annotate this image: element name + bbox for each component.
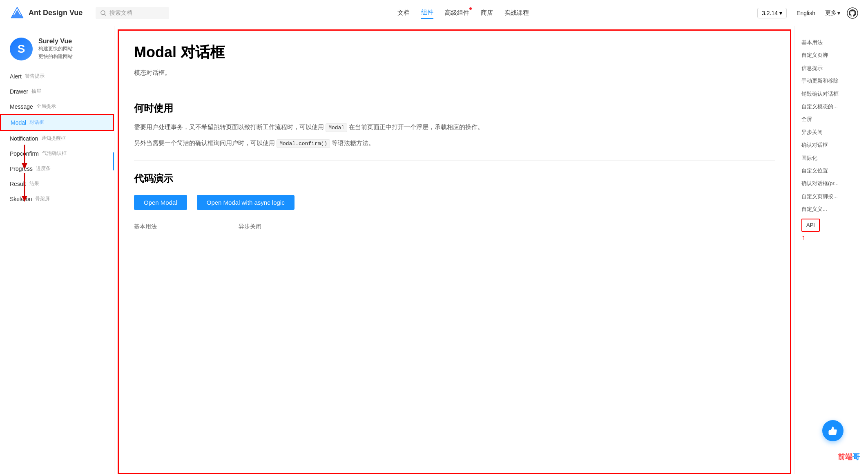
more-menu[interactable]: 更多 ▾ [825, 9, 840, 17]
logo-text: Ant Design Vue [29, 9, 83, 17]
toc-api-container: API ↑ [801, 219, 861, 241]
page-layout: S Surely Vue 构建更快的网站 更快的构建网站 Alert 警告提示 [0, 26, 868, 474]
demo-label-async: 异步关闭 [239, 223, 261, 230]
modal-code: Modal [326, 123, 347, 132]
brand-desc-line2: 更快的构建网站 [38, 53, 73, 60]
feedback-button[interactable] [822, 420, 843, 441]
toc-item-fullscreen[interactable]: 全屏 [801, 113, 861, 125]
nav-menu: 文档 组件 高级组件 商店 实战课程 [182, 7, 744, 19]
chevron-down-icon: ▾ [837, 10, 840, 16]
toc-panel: 基本用法 自定义页脚 信息提示 手动更新和移除 销毁确认对话框 自定义模态的..… [794, 26, 868, 474]
nav-item-components[interactable]: 组件 [421, 7, 433, 19]
svg-point-2 [847, 8, 858, 18]
when-to-use-text2: 另外当需要一个简洁的确认框询问用户时，可以使用 Modal.confirm() … [134, 137, 775, 148]
sidebar-item-drawer[interactable]: Drawer 抽屉 [0, 84, 114, 99]
page-title: Modal 对话框 [134, 39, 775, 63]
toc-item-basic[interactable]: 基本用法 [801, 36, 861, 49]
thumbs-up-icon [828, 426, 838, 436]
brand-avatar: S [10, 38, 33, 60]
sidebar-item-message[interactable]: Message 全局提示 [0, 99, 114, 114]
open-modal-button[interactable]: Open Modal [134, 195, 187, 210]
brand-desc-line1: 构建更快的网站 [38, 45, 73, 53]
sidebar-item-alert[interactable]: Alert 警告提示 [0, 69, 114, 84]
toc-item-custom-modal[interactable]: 自定义模态的... [801, 100, 861, 113]
toc-item-i18n[interactable]: 国际化 [801, 152, 861, 164]
demo-buttons: Open Modal Open Modal with async logic [134, 195, 775, 210]
nav-item-docs[interactable]: 文档 [397, 7, 410, 18]
when-to-use-title: 何时使用 [134, 102, 775, 115]
logo-icon [10, 6, 25, 20]
toc-item-custom-footer-btn[interactable]: 自定义页脚按... [801, 190, 861, 203]
nav-item-advanced[interactable]: 高级组件 [445, 7, 469, 18]
when-to-use-text1: 需要用户处理事务，又不希望跳转页面以致打断工作流程时，可以使用 Modal 在当… [134, 121, 775, 132]
page-desc: 模态对话框。 [134, 69, 775, 77]
toc-item-custom-footer[interactable]: 自定义页脚 [801, 49, 861, 61]
sidebar-item-popconfirm[interactable]: Popconfirm 气泡确认框 [0, 146, 114, 161]
sidebar-item-modal[interactable]: Modal 对话框 [0, 114, 114, 131]
sidebar: S Surely Vue 构建更快的网站 更快的构建网站 Alert 警告提示 [0, 26, 114, 474]
svg-line-1 [105, 14, 106, 16]
sidebar-item-progress[interactable]: Progress 进度条 [0, 161, 114, 176]
nav-item-store[interactable]: 商店 [481, 7, 493, 18]
toc-item-info[interactable]: 信息提示 [801, 62, 861, 74]
toc-item-update-remove[interactable]: 手动更新和移除 [801, 74, 861, 87]
toc-item-custom-pos[interactable]: 自定义位置 [801, 164, 861, 177]
nav-item-course[interactable]: 实战课程 [504, 7, 529, 18]
toc-item-custom-def[interactable]: 自定义义... [801, 203, 861, 215]
watermark: 前端哥 [838, 452, 860, 462]
search-bar[interactable]: 搜索文档 [96, 7, 169, 19]
header: Ant Design Vue 搜索文档 文档 组件 高级组件 商店 实战课程 3… [0, 0, 868, 26]
toc-arrow-up: ↑ [801, 233, 861, 242]
brand-info: Surely Vue 构建更快的网站 更快的构建网站 [38, 38, 73, 60]
version-selector[interactable]: 3.2.14 ▾ [757, 8, 787, 18]
svg-point-0 [101, 11, 105, 15]
sidebar-item-skeleton[interactable]: Skeleton 骨架屏 [0, 191, 114, 206]
toc-item-api[interactable]: API [806, 222, 815, 228]
demo-label-basic: 基本用法 [134, 223, 157, 230]
modal-confirm-code: Modal.confirm() [277, 139, 330, 148]
sidebar-brand: S Surely Vue 构建更快的网站 更快的构建网站 [0, 33, 114, 69]
demo-section-title: 代码演示 [134, 172, 775, 185]
main-content: Modal 对话框 模态对话框。 何时使用 需要用户处理事务，又不希望跳转页面以… [114, 26, 794, 474]
toc-api-box: API [801, 219, 820, 231]
search-placeholder: 搜索文档 [109, 9, 132, 17]
demo-labels: 基本用法 异步关闭 [134, 223, 775, 230]
toc-item-confirm-pr[interactable]: 确认对话框(pr... [801, 177, 861, 190]
sidebar-item-result[interactable]: Result 结果 [0, 176, 114, 191]
logo-area[interactable]: Ant Design Vue [10, 6, 83, 20]
github-icon[interactable] [847, 7, 858, 19]
search-icon [100, 10, 106, 16]
brand-name: Surely Vue [38, 38, 73, 45]
toc-item-destroy[interactable]: 销毁确认对话框 [801, 87, 861, 100]
header-right: 3.2.14 ▾ English 更多 ▾ [757, 7, 858, 19]
toc-item-confirm[interactable]: 确认对话框 [801, 139, 861, 151]
language-selector[interactable]: English [793, 8, 819, 18]
sidebar-item-notification[interactable]: Notification 通知提醒框 [0, 131, 114, 146]
sidebar-nav: Alert 警告提示 Drawer 抽屉 Message 全局提示 Modal … [0, 69, 114, 206]
toc-item-async-close[interactable]: 异步关闭 [801, 126, 861, 139]
open-modal-async-button[interactable]: Open Modal with async logic [197, 195, 295, 210]
chevron-down-icon: ▾ [779, 10, 782, 16]
